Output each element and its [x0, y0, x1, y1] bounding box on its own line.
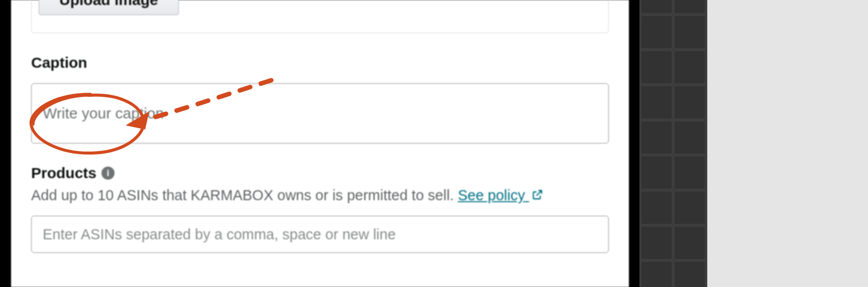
caption-placeholder: Write your caption — [43, 105, 164, 122]
dark-grid-panel — [639, 0, 707, 287]
asin-placeholder: Enter ASINs separated by a comma, space … — [43, 226, 396, 243]
right-gutter — [707, 0, 868, 287]
info-icon[interactable]: i — [101, 167, 115, 180]
asin-input[interactable]: Enter ASINs separated by a comma, space … — [31, 216, 609, 253]
caption-label: Caption — [31, 54, 609, 71]
external-link-icon — [532, 186, 543, 205]
products-description: Add up to 10 ASINs that KARMABOX owns or… — [31, 186, 609, 205]
products-description-text: Add up to 10 ASINs that KARMABOX owns or… — [31, 187, 458, 203]
see-policy-link[interactable]: See policy — [458, 187, 543, 203]
products-label-row: Products i — [31, 165, 609, 182]
see-policy-text: See policy — [458, 187, 525, 203]
upload-image-button[interactable]: Upload image — [39, 0, 179, 15]
upload-image-card: Upload image — [31, 0, 609, 33]
form-panel: Upload image Caption Write your caption … — [11, 0, 629, 287]
products-label: Products — [31, 165, 96, 182]
caption-input[interactable]: Write your caption — [31, 83, 609, 144]
